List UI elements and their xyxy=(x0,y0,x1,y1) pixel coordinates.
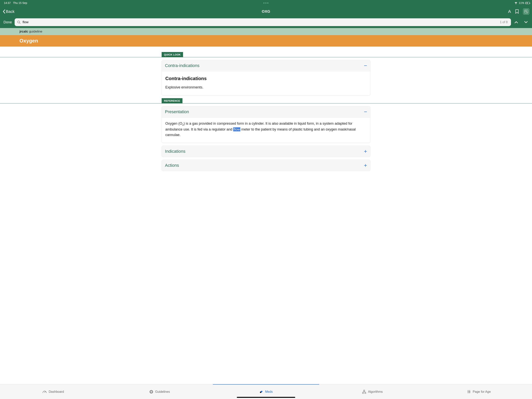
wifi-icon xyxy=(514,2,518,4)
status-date: Thu 15 Sep xyxy=(13,1,27,5)
content-scroll[interactable]: QUICK LOOK Contra-indications − Contra-i… xyxy=(0,46,532,384)
tab-bar: Dashboard Guidelines Meds Algorithms Pag… xyxy=(0,384,532,399)
card-title: Presentation xyxy=(165,109,189,114)
svg-rect-11 xyxy=(468,392,468,393)
search-field[interactable]: 1 of 8 xyxy=(15,18,511,26)
home-indicator[interactable] xyxy=(237,397,295,398)
card-contra-indications: Contra-indications − Contra-indications … xyxy=(162,60,370,96)
section-tag-reference: REFERENCE xyxy=(162,98,183,103)
card-header-presentation[interactable]: Presentation − xyxy=(162,106,370,117)
pill-icon xyxy=(259,390,263,394)
card-body-presentation: Oxygen (O2) is a gas provided in compres… xyxy=(162,117,370,143)
tab-label: Meds xyxy=(265,390,273,393)
status-dots xyxy=(178,3,353,4)
status-bar: 14:37 Thu 15 Sep 11% xyxy=(0,0,532,6)
tab-label: Algorithms xyxy=(368,390,383,393)
page-title-nav: OXG xyxy=(178,9,354,14)
card-title: Contra-indications xyxy=(165,63,199,68)
find-in-page-bar: Done 1 of 8 xyxy=(0,17,532,28)
hierarchy-icon xyxy=(362,390,366,394)
chevron-up-icon xyxy=(514,21,518,23)
tab-pageforage[interactable]: Page for Age xyxy=(426,384,532,399)
svg-rect-8 xyxy=(365,393,366,393)
battery-icon xyxy=(525,2,528,4)
search-input[interactable] xyxy=(23,20,498,24)
breadcrumb: jrcalc guideline xyxy=(0,28,532,35)
svg-rect-6 xyxy=(364,390,365,391)
card-body-contra: Contra-indications Explosive environment… xyxy=(162,71,370,95)
svg-rect-7 xyxy=(362,393,364,393)
expand-icon: + xyxy=(364,149,367,154)
tab-algorithms[interactable]: Algorithms xyxy=(319,384,425,399)
search-highlight: flow xyxy=(233,127,240,131)
done-button[interactable]: Done xyxy=(4,20,12,24)
bookmark-button[interactable] xyxy=(515,9,519,14)
contra-heading: Contra-indications xyxy=(165,75,367,82)
svg-rect-14 xyxy=(469,392,469,393)
svg-point-9 xyxy=(468,390,469,391)
presentation-text: Oxygen (O2) is a gas provided in compres… xyxy=(165,121,367,138)
svg-rect-10 xyxy=(468,391,469,392)
back-button[interactable]: Back xyxy=(3,9,14,14)
bookmark-icon xyxy=(515,9,519,14)
section-divider xyxy=(0,57,532,57)
page-search-icon xyxy=(524,10,528,13)
people-icon xyxy=(467,390,471,394)
text-size-button[interactable]: A xyxy=(508,9,511,14)
search-icon xyxy=(17,20,21,24)
card-header-indications[interactable]: Indications + xyxy=(162,146,370,157)
plus-circle-icon xyxy=(149,390,153,394)
svg-rect-12 xyxy=(468,392,468,393)
search-next-button[interactable] xyxy=(524,21,528,23)
card-header-contra[interactable]: Contra-indications − xyxy=(162,60,370,71)
contra-text: Explosive environments. xyxy=(165,85,367,90)
tab-dashboard[interactable]: Dashboard xyxy=(0,384,106,399)
card-actions: Actions + xyxy=(162,160,370,171)
expand-icon: + xyxy=(364,163,367,168)
svg-rect-15 xyxy=(470,392,470,393)
section-divider xyxy=(0,103,532,103)
breadcrumb-source: jrcalc xyxy=(19,30,28,33)
back-label: Back xyxy=(6,9,14,14)
card-indications: Indications + xyxy=(162,146,370,157)
search-prev-button[interactable] xyxy=(514,21,518,23)
page-search-button[interactable] xyxy=(523,8,529,15)
chevron-left-icon xyxy=(3,9,6,14)
tab-label: Guidelines xyxy=(155,390,170,393)
chevron-down-icon xyxy=(524,21,528,23)
battery-percent: 11% xyxy=(519,1,524,5)
card-presentation: Presentation − Oxygen (O2) is a gas prov… xyxy=(162,106,370,143)
gauge-icon xyxy=(43,390,47,393)
section-tag-quicklook: QUICK LOOK xyxy=(162,52,183,57)
tab-guidelines[interactable]: Guidelines xyxy=(106,384,213,399)
collapse-icon: − xyxy=(364,109,367,115)
search-result-count: 1 of 8 xyxy=(500,20,508,24)
svg-point-13 xyxy=(469,390,470,391)
svg-rect-0 xyxy=(524,10,528,13)
tab-label: Page for Age xyxy=(473,390,491,393)
card-title: Indications xyxy=(165,149,185,154)
tab-label: Dashboard xyxy=(49,390,64,393)
collapse-icon: − xyxy=(364,63,367,68)
card-header-actions[interactable]: Actions + xyxy=(162,160,370,171)
status-time: 14:37 xyxy=(4,1,11,5)
breadcrumb-rest: guideline xyxy=(28,30,42,33)
card-title: Actions xyxy=(165,163,179,168)
drug-title: Oxygen xyxy=(0,35,532,46)
nav-bar: Back OXG A xyxy=(0,6,532,17)
